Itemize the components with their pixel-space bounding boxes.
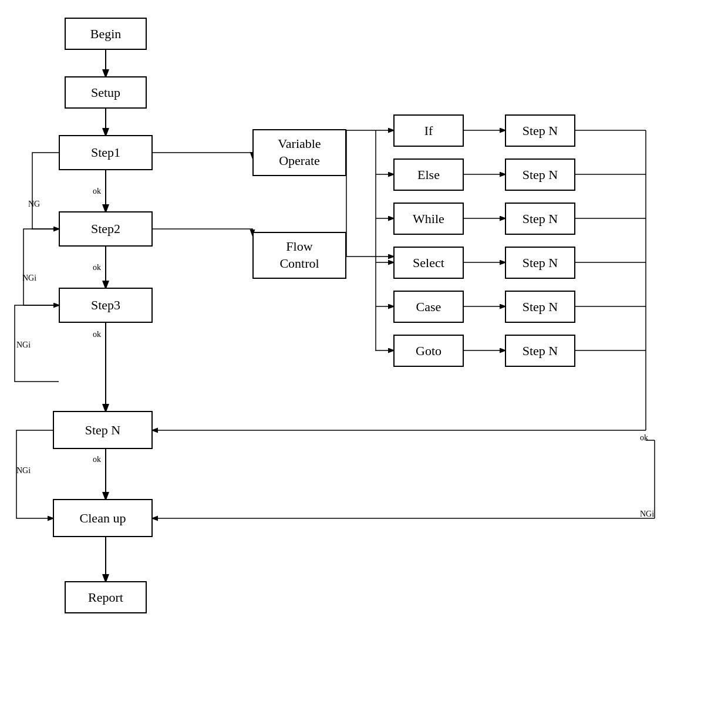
ok3-label: ok <box>93 330 101 339</box>
else-label: Else <box>417 167 440 183</box>
ng3-label: NGi <box>16 340 31 350</box>
stepN-else-label: Step N <box>523 167 558 183</box>
ok-right-label: ok <box>640 433 648 443</box>
goto-box: Goto <box>393 335 464 367</box>
else-box: Else <box>393 158 464 191</box>
setup-label: Setup <box>91 85 120 100</box>
ok1-label: ok <box>93 187 101 196</box>
stepN-while-label: Step N <box>523 211 558 227</box>
ng2-label: NGi <box>22 274 36 283</box>
case-label: Case <box>416 299 441 315</box>
ngN-label: NGi <box>16 466 31 475</box>
stepN-goto-box: Step N <box>505 335 575 367</box>
okN-label: ok <box>93 455 101 464</box>
begin-label: Begin <box>90 26 122 42</box>
stepN-label: Step N <box>85 423 121 438</box>
while-label: While <box>413 211 444 227</box>
stepN-case-label: Step N <box>523 299 558 315</box>
flow-control-box: Flow Control <box>252 232 346 279</box>
stepN-if-box: Step N <box>505 114 575 147</box>
step1-box: Step1 <box>59 135 153 170</box>
stepN-if-label: Step N <box>523 123 558 139</box>
ok2-label: ok <box>93 263 101 272</box>
while-box: While <box>393 203 464 235</box>
stepN-while-box: Step N <box>505 203 575 235</box>
flowchart-diagram: Begin Setup Step1 Step2 Step3 Step N Cle… <box>0 0 728 705</box>
begin-box: Begin <box>65 18 147 50</box>
report-label: Report <box>88 590 123 605</box>
if-box: If <box>393 114 464 147</box>
step1-label: Step1 <box>91 145 120 160</box>
goto-label: Goto <box>416 343 441 359</box>
step2-box: Step2 <box>59 211 153 247</box>
case-box: Case <box>393 291 464 323</box>
setup-box: Setup <box>65 76 147 109</box>
cleanup-label: Clean up <box>80 511 126 526</box>
flow-control-label: Flow Control <box>279 238 319 272</box>
step3-box: Step3 <box>59 288 153 323</box>
variable-operate-label: Variable Operate <box>278 136 321 169</box>
stepN-select-label: Step N <box>523 255 558 271</box>
stepN-else-box: Step N <box>505 158 575 191</box>
stepN-select-box: Step N <box>505 247 575 279</box>
if-label: If <box>424 123 433 139</box>
stepN-goto-label: Step N <box>523 343 558 359</box>
step2-label: Step2 <box>91 221 120 237</box>
variable-operate-box: Variable Operate <box>252 129 346 176</box>
stepN-case-box: Step N <box>505 291 575 323</box>
cleanup-box: Clean up <box>53 499 153 537</box>
report-box: Report <box>65 581 147 613</box>
select-box: Select <box>393 247 464 279</box>
stepN-box: Step N <box>53 411 153 449</box>
ng1-label: NG <box>28 200 40 209</box>
ng-right-label: NGi <box>640 510 654 519</box>
step3-label: Step3 <box>91 298 120 313</box>
select-label: Select <box>413 255 444 271</box>
